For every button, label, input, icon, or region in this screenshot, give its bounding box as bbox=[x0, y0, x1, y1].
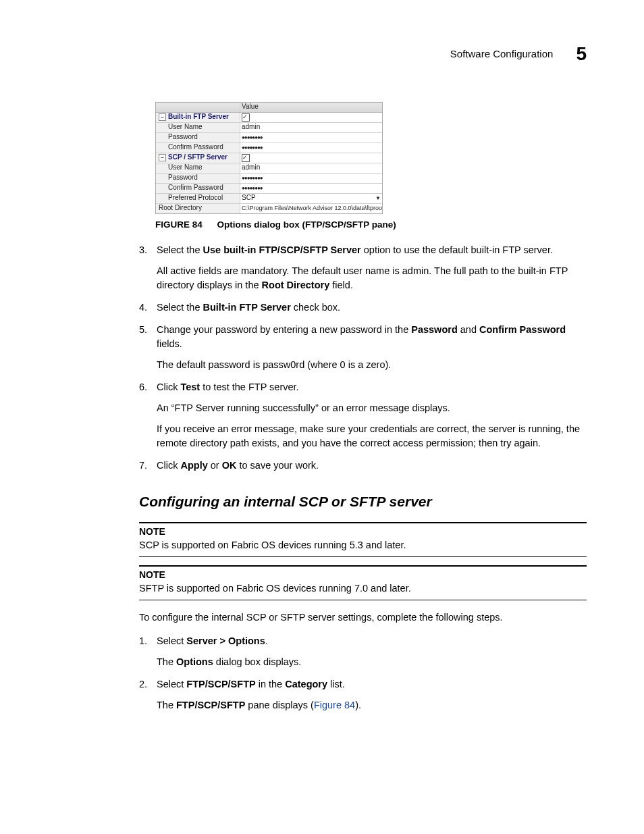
step-followup: The FTP/SCP/SFTP pane displays (Figure 8… bbox=[157, 698, 587, 712]
group-label: − SCP / SFTP Server bbox=[156, 153, 240, 163]
cross-reference[interactable]: Figure 84 bbox=[314, 700, 355, 710]
bold-term: Use built-in FTP/SCP/SFTP Server bbox=[203, 244, 361, 255]
username-field-2[interactable]: admin bbox=[240, 163, 382, 173]
figure-caption-text: Options dialog box (FTP/SCP/SFTP pane) bbox=[217, 219, 396, 230]
row-confirm-password-2: Confirm Password bbox=[156, 184, 382, 194]
note-label: NOTE bbox=[139, 525, 587, 538]
username-field[interactable]: admin bbox=[240, 123, 382, 132]
note-body: SFTP is supported on Fabric OS devices r… bbox=[139, 581, 587, 600]
step-text: Click Test to test the FTP server. bbox=[157, 380, 587, 394]
step-text: Select the Use built-in FTP/SCP/SFTP Ser… bbox=[157, 243, 587, 257]
step-number: 1. bbox=[139, 634, 147, 648]
step-number: 6. bbox=[139, 380, 147, 394]
bold-term: Root Directory bbox=[262, 280, 330, 290]
chevron-down-icon: ▼ bbox=[375, 194, 381, 203]
note-block: NOTESCP is supported on Fabric OS device… bbox=[139, 522, 587, 557]
group-label: − Built-in FTP Server bbox=[156, 113, 240, 122]
step-text: Click Apply or OK to save your work. bbox=[157, 459, 587, 473]
protocol-dropdown[interactable]: SCP▼ bbox=[240, 194, 382, 203]
step-text: Select FTP/SCP/SFTP in the Category list… bbox=[157, 677, 587, 692]
step-number: 5. bbox=[139, 323, 147, 337]
row-password: Password bbox=[156, 133, 382, 143]
note-body: SCP is supported on Fabric OS devices ru… bbox=[139, 538, 587, 557]
step-number: 2. bbox=[139, 677, 147, 692]
running-head-title: Software Configuration bbox=[450, 47, 554, 61]
step-item: 7.Click Apply or OK to save your work. bbox=[157, 459, 587, 473]
row-confirm-password: Confirm Password bbox=[156, 143, 382, 153]
figure-caption: FIGURE 84 Options dialog box (FTP/SCP/SF… bbox=[155, 218, 587, 232]
password-field-2[interactable] bbox=[240, 174, 382, 183]
step-item: 1.Select Server > Options.The Options di… bbox=[157, 634, 587, 669]
step-item: 3.Select the Use built-in FTP/SCP/SFTP S… bbox=[157, 243, 587, 292]
bold-term: FTP/SCP/SFTP bbox=[176, 700, 245, 710]
row-root-directory: Root Directory C:\Program Files\Network … bbox=[156, 204, 382, 213]
note-label: NOTE bbox=[139, 568, 587, 581]
checkbox-icon[interactable] bbox=[242, 154, 250, 162]
confirm-password-field-2[interactable] bbox=[240, 184, 382, 193]
root-directory-field[interactable]: C:\Program Files\Network Advisor 12.0.0\… bbox=[240, 204, 382, 213]
chapter-number: 5 bbox=[576, 41, 587, 68]
collapse-icon[interactable]: − bbox=[159, 154, 166, 161]
row-preferred-protocol: Preferred Protocol SCP▼ bbox=[156, 194, 382, 204]
bold-term: Options bbox=[176, 656, 213, 667]
pane-header-row: Value bbox=[156, 103, 382, 113]
bold-term: Server > Options bbox=[186, 635, 265, 646]
step-item: 4.Select the Built-in FTP Server check b… bbox=[157, 301, 587, 315]
step-text: Change your password by entering a new p… bbox=[157, 323, 587, 351]
step-followup: The Options dialog box displays. bbox=[157, 655, 587, 669]
step-followup: An “FTP Server running successfully” or … bbox=[157, 401, 587, 415]
document-page: Software Configuration 5 Value − Built-i… bbox=[0, 0, 644, 834]
bold-term: Apply bbox=[180, 460, 207, 471]
step-followup: The default password is passw0rd (where … bbox=[157, 358, 587, 372]
step-item: 5.Change your password by entering a new… bbox=[157, 323, 587, 372]
note-rule-top bbox=[139, 565, 587, 567]
steps-list-a: 3.Select the Use built-in FTP/SCP/SFTP S… bbox=[61, 243, 587, 473]
step-number: 4. bbox=[139, 301, 147, 315]
notes-container: NOTESCP is supported on Fabric OS device… bbox=[61, 522, 587, 601]
bold-term: Category bbox=[285, 679, 327, 689]
bold-term: OK bbox=[222, 460, 237, 471]
group-scp-sftp[interactable]: − SCP / SFTP Server bbox=[156, 153, 382, 163]
subheading: Configuring an internal SCP or SFTP serv… bbox=[61, 492, 587, 512]
bold-term: FTP/SCP/SFTP bbox=[186, 679, 255, 689]
bold-term: Built-in FTP Server bbox=[203, 302, 291, 313]
note-rule-top bbox=[139, 522, 587, 523]
bold-term: Test bbox=[180, 382, 200, 392]
collapse-icon[interactable]: − bbox=[159, 113, 166, 121]
confirm-password-field[interactable] bbox=[240, 143, 382, 153]
step-item: 6.Click Test to test the FTP server.An “… bbox=[157, 380, 587, 450]
password-field[interactable] bbox=[240, 133, 382, 142]
step-followup: If you receive an error message, make su… bbox=[157, 422, 587, 450]
group-check-cell[interactable] bbox=[240, 113, 382, 122]
pane-header-value: Value bbox=[240, 103, 382, 112]
ftp-pane: Value − Built-in FTP Server User Name ad… bbox=[155, 102, 383, 214]
row-username: User Name admin bbox=[156, 123, 382, 133]
bold-term: Password bbox=[411, 324, 458, 335]
lead-paragraph: To configure the internal SCP or SFTP se… bbox=[139, 610, 587, 625]
step-number: 7. bbox=[139, 459, 147, 473]
bold-term: Confirm Password bbox=[479, 324, 566, 335]
running-head: Software Configuration 5 bbox=[61, 41, 587, 68]
step-item: 2.Select FTP/SCP/SFTP in the Category li… bbox=[157, 677, 587, 712]
step-text: Select the Built-in FTP Server check box… bbox=[157, 301, 587, 315]
pane-header-spacer bbox=[156, 103, 240, 112]
group-builtin-ftp[interactable]: − Built-in FTP Server bbox=[156, 113, 382, 123]
figure-84: Value − Built-in FTP Server User Name ad… bbox=[155, 102, 587, 214]
note-block: NOTESFTP is supported on Fabric OS devic… bbox=[139, 565, 587, 600]
group-check-cell[interactable] bbox=[240, 153, 382, 163]
steps-list-b: 1.Select Server > Options.The Options di… bbox=[61, 634, 587, 712]
figure-label: FIGURE 84 bbox=[155, 219, 203, 230]
step-number: 3. bbox=[139, 243, 147, 257]
checkbox-icon[interactable] bbox=[242, 113, 250, 122]
row-username-2: User Name admin bbox=[156, 163, 382, 174]
step-followup: All active fields are mandatory. The def… bbox=[157, 264, 587, 292]
step-text: Select Server > Options. bbox=[157, 634, 587, 648]
row-password-2: Password bbox=[156, 174, 382, 184]
